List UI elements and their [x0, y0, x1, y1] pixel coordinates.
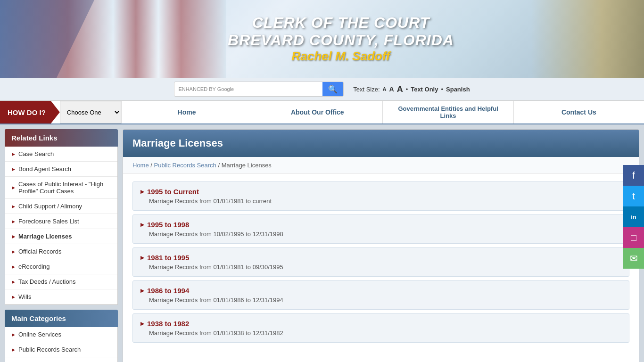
linkedin-icon: in: [631, 214, 636, 221]
record-desc-4: Marriage Records from 01/01/1938 to 12/3…: [140, 329, 621, 337]
text-only-link[interactable]: Text Only: [411, 86, 438, 93]
email-icon: ✉: [630, 253, 638, 264]
sidebar: Related Links Case Search Bond Agent Sea…: [5, 129, 118, 362]
sidebar-item-foreclosure[interactable]: Foreclosure Sales List: [5, 214, 117, 229]
sidebar-item-case-search[interactable]: Case Search: [5, 147, 117, 162]
sidebar-item-marriage-licenses[interactable]: Marriage Licenses: [5, 229, 117, 244]
nav-bar: HOW DO I? Choose One Home About Our Offi…: [0, 101, 644, 124]
record-title-3: 1986 to 1994: [140, 287, 621, 295]
site-title-block: CLERK OF THE COURT BREVARD COUNTY, FLORI…: [228, 14, 454, 64]
facebook-icon: f: [632, 170, 635, 181]
social-bar: f t in □ ✉: [623, 165, 644, 269]
breadcrumb-current: Marriage Licenses: [222, 162, 272, 169]
sidebar-item-erecording[interactable]: eRecording: [5, 259, 117, 274]
record-item-0[interactable]: 1995 to Current Marriage Records from 01…: [132, 181, 629, 211]
sidebar-item-online-services[interactable]: Online Services: [5, 327, 117, 342]
record-desc-2: Marriage Records from 01/01/1981 to 09/3…: [140, 263, 621, 271]
text-size-small[interactable]: A: [383, 86, 387, 92]
google-label: ENHANCED BY Google: [174, 86, 238, 92]
main-layout: Related Links Case Search Bond Agent Sea…: [0, 124, 644, 362]
nav-contact[interactable]: Contact Us: [513, 101, 644, 123]
record-item-2[interactable]: 1981 to 1995 Marriage Records from 01/01…: [132, 247, 629, 277]
nav-gov[interactable]: Governmental Entities and Helpful Links: [382, 101, 513, 123]
record-item-4[interactable]: 1938 to 1982 Marriage Records from 01/01…: [132, 313, 629, 343]
sidebar-item-tax-deeds[interactable]: Tax Deeds / Auctions: [5, 274, 117, 289]
site-header: CLERK OF THE COURT BREVARD COUNTY, FLORI…: [0, 0, 644, 78]
text-size-controls: Text Size: A A A • Text Only • Spanish: [353, 84, 470, 94]
sidebar-item-official-records[interactable]: Official Records: [5, 244, 117, 259]
record-desc-0: Marriage Records from 01/01/1981 to curr…: [140, 197, 621, 205]
record-item-3[interactable]: 1986 to 1994 Marriage Records from 01/01…: [132, 280, 629, 310]
site-title-line2: BREVARD COUNTY, FLORIDA: [228, 32, 454, 49]
how-do-i-label: HOW DO I?: [0, 101, 60, 123]
text-size-label: Text Size:: [353, 86, 380, 93]
record-title-1: 1995 to 1998: [140, 221, 621, 229]
record-title-4: 1938 to 1982: [140, 320, 621, 328]
eagle-decoration: [503, 0, 644, 78]
main-categories-title: Main Categories: [5, 310, 118, 327]
text-size-large[interactable]: A: [397, 84, 403, 94]
record-item-1[interactable]: 1995 to 1998 Marriage Records from 10/02…: [132, 214, 629, 244]
spanish-link[interactable]: Spanish: [446, 86, 470, 93]
facebook-button[interactable]: f: [623, 165, 644, 186]
breadcrumb-home[interactable]: Home: [132, 162, 149, 169]
main-categories-list: Online Services Public Records Search Co…: [5, 327, 118, 362]
search-input[interactable]: [238, 86, 322, 93]
sidebar-item-courts[interactable]: Courts: [5, 357, 117, 362]
record-title-2: 1981 to 1995: [140, 254, 621, 262]
breadcrumb-section[interactable]: Public Records Search: [154, 162, 216, 169]
record-desc-1: Marriage Records from 10/02/1995 to 12/3…: [140, 230, 621, 238]
content-area: Marriage Licenses Home / Public Records …: [123, 129, 639, 362]
email-button[interactable]: ✉: [623, 248, 644, 269]
instagram-icon: □: [631, 232, 636, 243]
linkedin-button[interactable]: in: [623, 206, 644, 227]
content-body: 1995 to Current Marriage Records from 01…: [123, 174, 639, 354]
how-do-i-select[interactable]: Choose One: [60, 101, 121, 123]
twitter-button[interactable]: t: [623, 186, 644, 206]
search-button[interactable]: 🔍: [322, 82, 343, 97]
related-links-title: Related Links: [5, 129, 118, 147]
sidebar-item-child-support[interactable]: Child Support / Alimony: [5, 199, 117, 214]
google-search-box: ENHANCED BY Google 🔍: [174, 82, 344, 97]
record-desc-3: Marriage Records from 01/01/1986 to 12/3…: [140, 296, 621, 304]
sidebar-item-public-records[interactable]: Public Records Search: [5, 342, 117, 357]
record-title-0: 1995 to Current: [140, 188, 621, 196]
breadcrumb: Home / Public Records Search / Marriage …: [123, 157, 639, 174]
text-size-medium[interactable]: A: [389, 85, 394, 93]
site-title-line1: CLERK OF THE COURT: [228, 14, 454, 32]
search-bar: ENHANCED BY Google 🔍 Text Size: A A A • …: [0, 78, 644, 101]
site-title-line3: Rachel M. Sadoff: [228, 49, 454, 64]
sidebar-item-wills[interactable]: Wills: [5, 289, 117, 304]
sidebar-item-bond-agent[interactable]: Bond Agent Search: [5, 162, 117, 177]
nav-about[interactable]: About Our Office: [252, 101, 382, 123]
content-title: Marriage Licenses: [123, 130, 639, 157]
instagram-button[interactable]: □: [623, 227, 644, 248]
sidebar-item-high-profile[interactable]: Cases of Public Interest - "High Profile…: [5, 177, 117, 199]
twitter-icon: t: [632, 191, 635, 202]
related-links-list: Case Search Bond Agent Search Cases of P…: [5, 147, 118, 305]
nav-links: Home About Our Office Governmental Entit…: [121, 101, 644, 123]
nav-home[interactable]: Home: [121, 101, 252, 123]
